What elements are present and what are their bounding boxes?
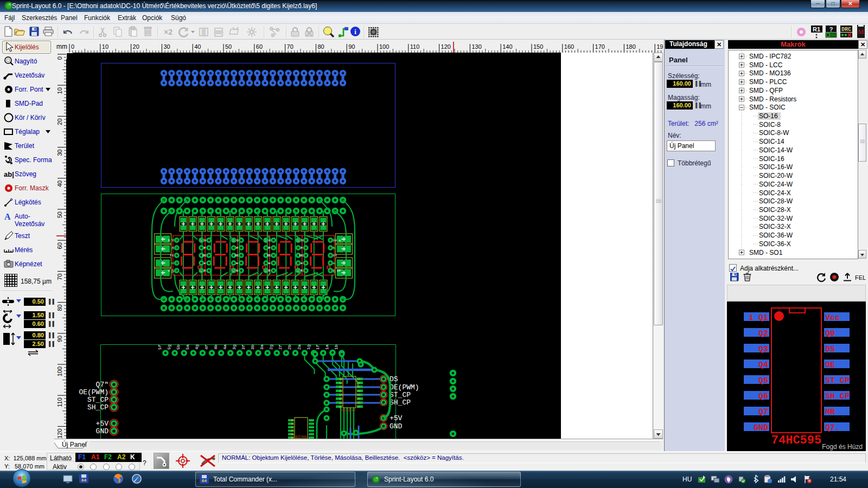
svg-text:74HC595: 74HC595 xyxy=(293,435,309,439)
svg-text:XX: XX xyxy=(266,254,271,258)
svg-text:90: 90 xyxy=(56,336,63,342)
svg-text:D4: D4 xyxy=(357,394,360,397)
svg-text:D5: D5 xyxy=(357,397,360,401)
svg-text:Q7: Q7 xyxy=(758,408,768,417)
svg-text:Q6: Q6 xyxy=(758,392,768,401)
svg-text:SOIC-36-X: SOIC-36-X xyxy=(759,240,791,248)
svg-text:SOIC-32-X: SOIC-32-X xyxy=(759,223,791,230)
svg-text:0: 0 xyxy=(56,56,63,60)
svg-text:D7: D7 xyxy=(357,406,360,409)
svg-text:Q3: Q3 xyxy=(339,390,342,393)
svg-text:SMD - SOIC: SMD - SOIC xyxy=(749,104,786,111)
svg-text:D6: D6 xyxy=(357,402,360,405)
svg-text:e: e xyxy=(237,261,239,265)
svg-text:SOIC-14: SOIC-14 xyxy=(759,138,784,145)
svg-text:Q2: Q2 xyxy=(339,386,342,389)
svg-text:XX: XX xyxy=(299,254,303,258)
svg-text:1a: 1a xyxy=(324,344,329,350)
svg-text:GND: GND xyxy=(390,422,403,431)
svg-text:OE(PWM): OE(PWM) xyxy=(79,388,108,396)
svg-text:4f: 4f xyxy=(204,344,209,350)
svg-text:S0: S0 xyxy=(291,419,294,422)
svg-text:SOIC-14-W: SOIC-14-W xyxy=(759,146,793,154)
svg-text:4a: 4a xyxy=(222,344,227,350)
svg-text:M: M xyxy=(858,28,864,36)
svg-text:e: e xyxy=(204,261,206,265)
svg-text:110: 110 xyxy=(56,397,63,407)
svg-text:190: 190 xyxy=(656,43,663,50)
svg-text:2f: 2f xyxy=(278,344,283,350)
svg-text:XX: XX xyxy=(202,254,206,258)
svg-text:f: f xyxy=(269,246,271,250)
svg-text:100: 100 xyxy=(56,367,63,376)
svg-text:10: 10 xyxy=(102,43,108,50)
svg-text:Fogd és Húzd: Fogd és Húzd xyxy=(822,443,863,451)
svg-text:e: e xyxy=(269,261,271,265)
svg-text:5a: 5a xyxy=(185,344,190,350)
svg-text:Q4: Q4 xyxy=(339,394,342,397)
svg-text:SOIC-28-X: SOIC-28-X xyxy=(759,206,791,214)
svg-text:FEL: FEL xyxy=(855,274,866,281)
svg-text:130: 130 xyxy=(471,43,481,50)
svg-text:50: 50 xyxy=(225,43,232,50)
svg-text:SO-16: SO-16 xyxy=(759,112,778,120)
svg-text:170: 170 xyxy=(595,43,605,50)
svg-text:SMD - Resistors: SMD - Resistors xyxy=(749,95,796,103)
svg-text:5b: 5b xyxy=(176,344,181,350)
svg-text:e: e xyxy=(301,261,303,265)
svg-text:OE(PWM): OE(PWM) xyxy=(390,383,419,391)
svg-text:GND: GND xyxy=(754,423,768,433)
svg-text:Q4: Q4 xyxy=(758,361,768,370)
svg-text:20: 20 xyxy=(56,118,63,125)
svg-text:64: 64 xyxy=(202,478,207,483)
svg-text:D1: D1 xyxy=(357,382,360,385)
svg-text:SOIC-8-W: SOIC-8-W xyxy=(759,129,789,137)
svg-text:1g: 1g xyxy=(306,344,311,350)
svg-text:74HC595: 74HC595 xyxy=(340,408,356,413)
svg-text:SH_CP: SH_CP xyxy=(825,392,850,401)
svg-text:D0: D0 xyxy=(357,378,360,381)
svg-text:SOIC-36-W: SOIC-36-W xyxy=(759,232,793,239)
svg-text:S2: S2 xyxy=(291,426,294,429)
svg-text:0: 0 xyxy=(71,43,74,50)
svg-text:4b: 4b xyxy=(213,344,218,350)
svg-text:150: 150 xyxy=(533,43,543,50)
svg-text:2b: 2b xyxy=(287,344,292,350)
svg-text:f: f xyxy=(237,246,239,250)
svg-text:Q1: Q1 xyxy=(339,382,342,385)
svg-text:SH_CP: SH_CP xyxy=(390,399,411,407)
svg-text:Vcc: Vcc xyxy=(825,313,840,323)
svg-text:D2: D2 xyxy=(357,386,360,389)
svg-text:SMD - MO136: SMD - MO136 xyxy=(749,69,791,77)
svg-text:Q0: Q0 xyxy=(825,329,835,338)
svg-text:SOIC-16: SOIC-16 xyxy=(759,155,784,163)
svg-text:70: 70 xyxy=(287,43,293,50)
svg-text:SOIC-8: SOIC-8 xyxy=(759,121,781,129)
svg-text:SH_CP: SH_CP xyxy=(87,403,108,412)
svg-text:4g: 4g xyxy=(194,344,199,350)
svg-text:90: 90 xyxy=(348,43,355,50)
svg-text:3b: 3b xyxy=(250,344,255,350)
svg-text:+5V: +5V xyxy=(390,414,403,422)
svg-text:d 5: d 5 xyxy=(297,269,303,273)
svg-text:2g: 2g xyxy=(269,344,273,350)
svg-text:SMD - PLCC: SMD - PLCC xyxy=(749,78,787,86)
svg-text:3a: 3a xyxy=(259,344,264,350)
svg-text:70: 70 xyxy=(56,273,63,280)
svg-text:Q2: Q2 xyxy=(758,329,768,338)
svg-text:SMD - LCC: SMD - LCC xyxy=(749,61,783,69)
svg-text:Q7": Q7" xyxy=(96,381,108,389)
svg-text:d 5: d 5 xyxy=(200,269,206,273)
svg-text:Q5: Q5 xyxy=(758,376,768,386)
svg-text:f: f xyxy=(204,246,206,250)
svg-text:50: 50 xyxy=(56,211,63,218)
svg-text:9 1: 9 1 xyxy=(232,239,238,242)
svg-text:5g: 5g xyxy=(167,344,171,350)
svg-text:?: ? xyxy=(829,26,833,33)
svg-text:XX: XX xyxy=(170,254,174,258)
svg-text:80: 80 xyxy=(317,43,324,50)
svg-text:Q0: Q0 xyxy=(339,378,342,381)
svg-text:2a: 2a xyxy=(297,344,302,350)
svg-text:60: 60 xyxy=(256,43,263,50)
svg-text:ab|: ab| xyxy=(4,170,14,178)
